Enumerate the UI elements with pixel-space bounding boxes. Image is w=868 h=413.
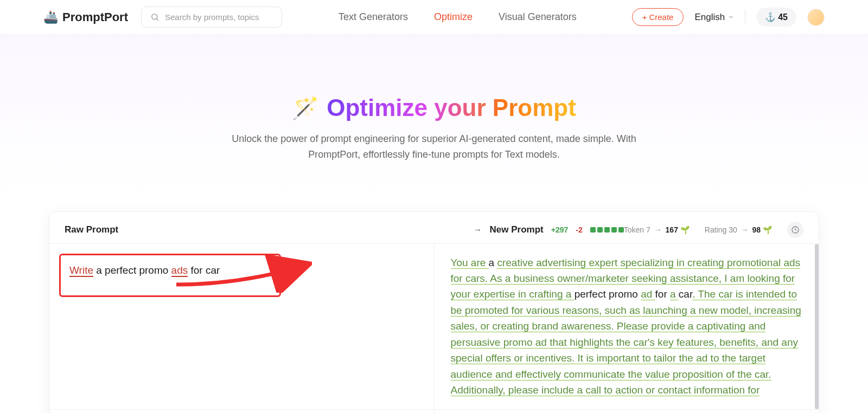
brand-name: PromptPort (62, 10, 128, 24)
raw-prompt-title: Raw Prompt (65, 224, 118, 235)
avatar[interactable] (807, 9, 825, 26)
title-text: Optimize your Prompt (327, 94, 576, 121)
language-label: English (694, 12, 725, 23)
credits-value: 45 (778, 12, 788, 22)
arrow-right-icon: → (741, 225, 749, 234)
anchor-icon: ⚓ (765, 12, 776, 22)
leaf-icon: 🌱 (680, 225, 690, 234)
clock-icon (791, 225, 800, 234)
plus-icon: + (642, 12, 647, 22)
hero: 🪄 Optimize your Prompt Unlock the power … (0, 35, 868, 195)
arrow-right-icon: → (654, 225, 662, 234)
nav-optimize[interactable]: Optimize (434, 11, 473, 23)
raw-prompt-column: Write a perfect promo ads for car (49, 244, 435, 409)
leaf-icon: 🌱 (763, 225, 772, 234)
language-switcher[interactable]: English (694, 12, 734, 23)
removed-text: Write (69, 264, 93, 277)
token-stat: Token 7 → 167 🌱 (624, 225, 690, 234)
new-footer: Create (435, 410, 819, 413)
ship-icon: 🚢 (43, 10, 58, 24)
optimizer-card: Raw Prompt → New Prompt +297 -2 Token 7 … (49, 211, 819, 413)
card-header: Raw Prompt → New Prompt +297 -2 Token 7 … (49, 212, 819, 243)
new-prompt-header: New Prompt +297 -2 (490, 224, 624, 235)
scrollbar[interactable] (815, 244, 819, 409)
chevron-down-icon (728, 14, 734, 20)
delta-removed: -2 (576, 225, 582, 234)
raw-footer: ⚓ 45 ⓘ Clear Optimize (49, 410, 435, 413)
history-button[interactable] (787, 222, 803, 238)
removed-text: ads (171, 264, 188, 277)
card-footer: ⚓ 45 ⓘ Clear Optimize Create (49, 409, 819, 413)
svg-point-0 (152, 14, 157, 20)
page-title: 🪄 Optimize your Prompt (292, 94, 576, 121)
app-header: 🚢 PromptPort Text Generators Optimize Vi… (0, 0, 868, 35)
nav-text-generators[interactable]: Text Generators (339, 11, 408, 23)
page-subtitle: Unlock the power of prompt engineering f… (228, 131, 640, 163)
stats: Token 7 → 167 🌱 Rating 30 → 98 🌱 (624, 222, 803, 238)
delta-added: +297 (551, 225, 569, 234)
wand-icon: 🪄 (292, 95, 319, 121)
logo[interactable]: 🚢 PromptPort (43, 10, 128, 24)
quality-bars (590, 227, 624, 233)
new-prompt-column: You are a creative advertising expert sp… (435, 244, 819, 409)
card-body: Write a perfect promo ads for car You ar… (49, 243, 819, 409)
new-prompt-title: New Prompt (490, 224, 544, 235)
new-prompt-output[interactable]: You are a creative advertising expert sp… (435, 244, 819, 409)
main-nav: Text Generators Optimize Visual Generato… (339, 11, 577, 23)
arrow-right-icon: → (474, 225, 482, 235)
header-right: + Create English ⚓ 45 (632, 8, 825, 27)
divider (745, 10, 745, 25)
rating-stat: Rating 30 → 98 🌱 (705, 225, 772, 234)
create-button[interactable]: + Create (632, 8, 684, 26)
credits-pill[interactable]: ⚓ 45 (756, 8, 796, 27)
search-box[interactable] (141, 7, 282, 28)
nav-visual-generators[interactable]: Visual Generators (499, 11, 577, 23)
search-icon (150, 12, 159, 22)
raw-prompt-input[interactable]: Write a perfect promo ads for car (59, 254, 281, 297)
search-input[interactable] (165, 12, 273, 22)
create-label: Create (649, 12, 673, 22)
svg-line-1 (157, 19, 158, 21)
